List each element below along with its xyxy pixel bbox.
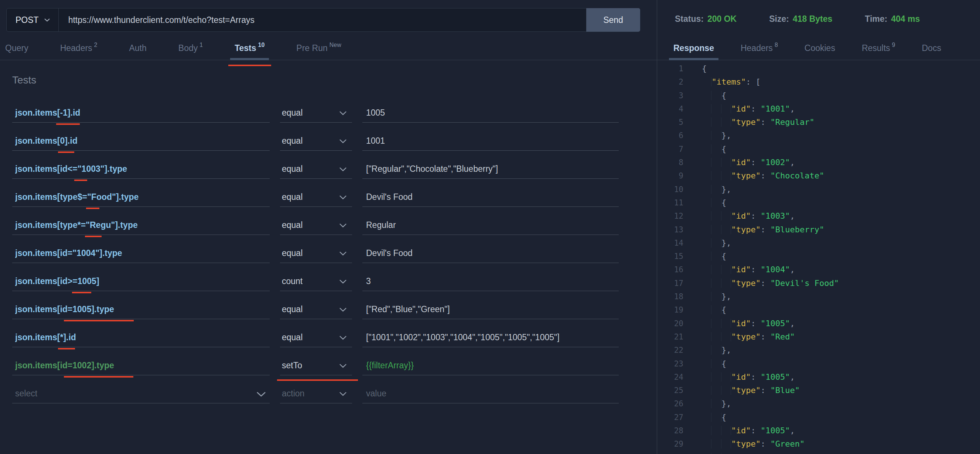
code-line: 19 {: [657, 303, 980, 317]
chevron-down-icon: [339, 363, 347, 368]
code-text: },: [702, 183, 731, 196]
method-select[interactable]: POST: [6, 8, 59, 32]
test-field-text: json.items[id="1004"].type: [15, 247, 122, 258]
test-value-text: Devil's Food: [366, 247, 413, 258]
response-json-viewer[interactable]: 1 { 2 "items": [ 3 { 4 "id": "1001", 5 "…: [657, 60, 980, 454]
test-field-input[interactable]: json.items[id>=1005]: [12, 276, 270, 291]
code-line: 22 },: [657, 344, 980, 357]
chevron-down-icon: [339, 223, 347, 228]
test-action-select[interactable]: equal: [280, 107, 352, 123]
tab-docs[interactable]: Docs: [922, 37, 941, 60]
tab-pre-run[interactable]: Pre Run New: [296, 37, 341, 60]
line-number: 2: [657, 75, 683, 89]
test-value-input[interactable]: Regular: [363, 220, 619, 235]
meta-label: Status:: [675, 14, 704, 24]
test-action-select[interactable]: equal: [280, 135, 352, 151]
test-value-input[interactable]: 3: [363, 276, 619, 291]
test-value-input[interactable]: {{filterArray}}: [363, 360, 619, 375]
test-value-input[interactable]: ["Regular","Chocolate","Blueberry"]: [363, 163, 619, 179]
code-text: },: [702, 236, 731, 250]
test-field-input[interactable]: json.items[id=1005].type: [12, 304, 270, 319]
meta-value: 200 OK: [707, 14, 737, 24]
test-action-select[interactable]: equal: [280, 332, 352, 347]
test-action-select[interactable]: equal: [280, 247, 352, 263]
test-field-input[interactable]: json.items[id<="1003"].type: [12, 163, 270, 179]
test-value-text: ["Red","Blue","Green"]: [366, 304, 450, 315]
test-field-input[interactable]: json.items[*].id: [12, 332, 270, 347]
chevron-down-icon: [44, 18, 50, 22]
test-value-input[interactable]: 1005: [363, 107, 619, 123]
test-field-text: json.items[type*="Regu"].type: [15, 220, 138, 231]
test-value-input[interactable]: ["1001","1002","1003","1004","1005","100…: [363, 332, 619, 347]
code-text: "type": "Blueberry": [702, 223, 824, 236]
test-value-input[interactable]: ["Red","Blue","Green"]: [363, 304, 619, 319]
tab-response[interactable]: Response: [673, 37, 714, 60]
code-text: {: [702, 357, 726, 371]
line-number: 7: [657, 143, 683, 156]
code-line: 26 },: [657, 397, 980, 410]
code-text: }: [702, 451, 726, 454]
test-value-input[interactable]: Devil's Food: [363, 247, 619, 263]
line-number: 1: [657, 62, 683, 75]
test-value-input[interactable]: Devil's Food: [363, 191, 619, 207]
code-line: 29 "type": "Green": [657, 437, 980, 451]
code-text: "id": "1002",: [702, 156, 795, 169]
test-value-input[interactable]: value: [363, 388, 619, 403]
code-line: 20 "id": "1005",: [657, 317, 980, 330]
test-value-input[interactable]: 1001: [363, 135, 619, 151]
test-field-input[interactable]: json.items[id=1002].type: [12, 360, 270, 375]
code-line: 18 },: [657, 290, 980, 303]
chevron-down-icon: [339, 139, 347, 144]
test-field-input[interactable]: json.items[-1].id: [12, 107, 270, 123]
test-row: select action value: [12, 388, 657, 403]
test-field-text: select: [15, 388, 37, 399]
code-line: 25 "type": "Blue": [657, 384, 980, 397]
code-line: 1 {: [657, 62, 980, 75]
line-number: 19: [657, 303, 683, 317]
line-number: 11: [657, 196, 683, 209]
line-number: 13: [657, 223, 683, 236]
test-field-input[interactable]: json.items[0].id: [12, 135, 270, 151]
test-action-select[interactable]: action: [280, 388, 352, 403]
error-underline: [58, 348, 75, 349]
test-field-input[interactable]: json.items[type*="Regu"].type: [12, 220, 270, 235]
thunder-client-window: POST https://www.thunderclient.com/t/ech…: [0, 0, 980, 454]
send-button[interactable]: Send: [586, 8, 640, 32]
line-number: 15: [657, 250, 683, 263]
test-action-text: action: [282, 388, 304, 399]
test-field-input[interactable]: select: [12, 388, 270, 403]
url-input[interactable]: https://www.thunderclient.com/t/echo?tes…: [59, 8, 586, 32]
code-text: {: [702, 62, 706, 75]
code-text: {: [702, 196, 726, 209]
test-action-select[interactable]: equal: [280, 191, 352, 207]
test-row: json.items[type*="Regu"].type equal Regu…: [12, 220, 657, 235]
tab-body[interactable]: Body 1: [178, 37, 203, 60]
error-underline: [86, 208, 99, 209]
code-text: "type": "Chocolate": [702, 169, 824, 183]
code-text: "id": "1001",: [702, 102, 795, 116]
test-action-select[interactable]: equal: [280, 163, 352, 179]
code-line: 15 {: [657, 250, 980, 263]
test-field-text: json.items[id>=1005]: [15, 276, 99, 287]
test-action-select[interactable]: equal: [280, 220, 352, 235]
test-field-input[interactable]: json.items[type$="Food"].type: [12, 191, 270, 207]
meta-value: 404 ms: [891, 14, 920, 24]
tab-query[interactable]: Query: [5, 37, 29, 60]
test-field-input[interactable]: json.items[id="1004"].type: [12, 247, 270, 263]
test-field-text: json.items[type$="Food"].type: [15, 191, 138, 202]
test-rows-list: json.items[-1].id equal 1005 json.items[…: [12, 107, 657, 403]
test-action-select[interactable]: count: [280, 276, 352, 291]
test-field-text: json.items[-1].id: [15, 107, 80, 118]
tab-headers[interactable]: Headers 2: [60, 37, 97, 60]
code-text: {: [702, 89, 726, 102]
tab-tests[interactable]: Tests 10: [235, 37, 264, 60]
tab-count-badge: 8: [775, 42, 778, 48]
test-field-text: json.items[id=1005].type: [15, 304, 114, 315]
test-action-text: count: [282, 276, 302, 287]
test-action-select[interactable]: equal: [280, 304, 352, 319]
tab-results[interactable]: Results 9: [862, 37, 896, 60]
tab-cookies[interactable]: Cookies: [805, 37, 835, 60]
tab-headers[interactable]: Headers 8: [741, 37, 778, 60]
test-action-select[interactable]: setTo: [280, 360, 352, 375]
tab-auth[interactable]: Auth: [129, 37, 146, 60]
